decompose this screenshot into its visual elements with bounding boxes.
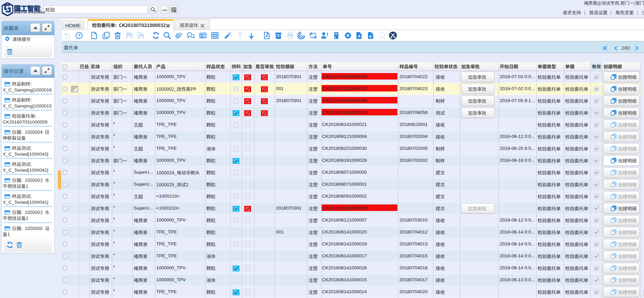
svg-text:?: ?	[78, 33, 80, 38]
